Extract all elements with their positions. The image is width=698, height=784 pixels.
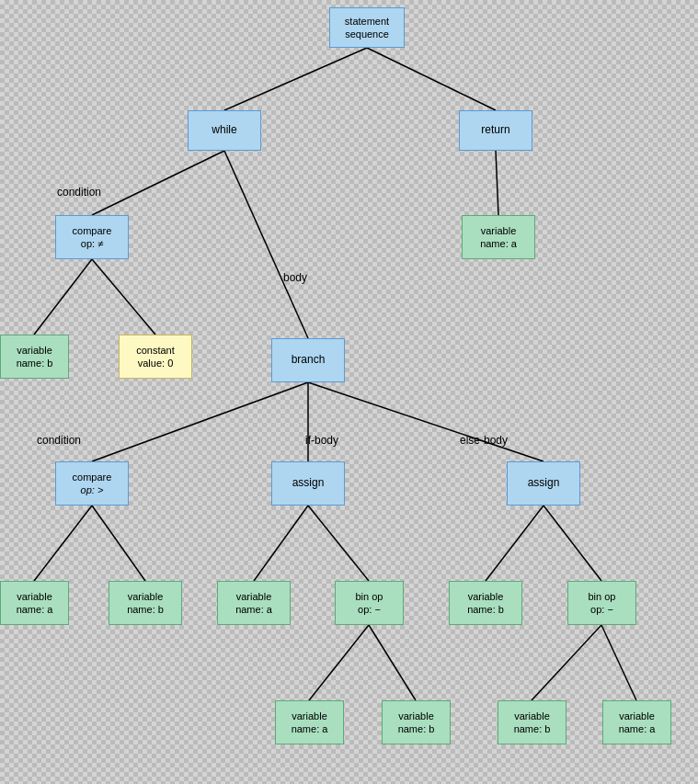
node-label: variable name: a (292, 710, 328, 736)
svg-line-10 (34, 506, 92, 581)
node-label: variable name: b (467, 590, 504, 617)
svg-line-2 (92, 151, 224, 215)
node-label: variable name: b (127, 590, 164, 617)
compare-1-node: compare op: ≠ (55, 215, 129, 259)
assign-1-node: assign (271, 461, 345, 506)
svg-line-13 (308, 506, 369, 581)
svg-line-19 (601, 625, 636, 700)
node-label: compare op: ≠ (73, 224, 112, 251)
node-label: assign (528, 476, 560, 491)
node-label: variable name: a (480, 224, 517, 251)
variable-b-1-node: variable name: b (0, 335, 69, 379)
constant-0-node: constant value: 0 (119, 335, 192, 379)
condition-1-label: condition (57, 186, 101, 199)
variable-a-3-node: variable name: a (275, 700, 344, 744)
svg-line-4 (496, 151, 498, 215)
branch-node: branch (271, 338, 345, 382)
binop-1-node: bin op op: − (335, 581, 404, 625)
node-label: assign (292, 476, 325, 491)
node-label: variable name: a (17, 590, 53, 617)
node-label: variable name: a (235, 590, 272, 617)
svg-line-5 (34, 259, 92, 335)
node-label: constant value: 0 (136, 344, 175, 370)
node-label: variable name: b (514, 710, 551, 736)
while-node: while (188, 110, 261, 151)
variable-b-4-node: variable name: b (382, 700, 451, 744)
svg-line-18 (532, 625, 601, 700)
node-label: variable name: b (398, 710, 435, 736)
compare-2-node: compare op: > (55, 461, 129, 506)
svg-line-9 (308, 382, 544, 461)
svg-line-3 (224, 151, 308, 338)
node-label: variable name: a (619, 710, 656, 736)
svg-line-6 (92, 259, 155, 335)
svg-line-17 (369, 625, 416, 700)
variable-b-5-node: variable name: b (498, 700, 566, 744)
node-label: while (212, 123, 236, 138)
node-label: compare op: > (73, 471, 112, 497)
svg-line-1 (367, 48, 496, 110)
svg-line-11 (92, 506, 145, 581)
variable-a-1-node: variable name: a (0, 581, 69, 625)
return-node: return (459, 110, 532, 151)
svg-line-14 (486, 506, 544, 581)
node-label: statement sequence (345, 15, 389, 41)
binop-2-node: bin op op: − (567, 581, 636, 625)
if-body-label: if-body (305, 434, 338, 447)
svg-line-0 (224, 48, 367, 110)
variable-a-return-node: variable name: a (462, 215, 535, 259)
node-label: branch (292, 353, 326, 368)
svg-line-7 (92, 382, 308, 461)
statement-sequence-node: statement sequence (329, 7, 405, 48)
body-label: body (283, 271, 307, 284)
svg-line-16 (309, 625, 369, 700)
else-body-label: else-body (460, 434, 508, 447)
assign-2-node: assign (507, 461, 580, 506)
svg-line-12 (254, 506, 308, 581)
node-label: bin op op: − (589, 590, 616, 617)
node-label: return (481, 123, 509, 138)
node-label: bin op op: − (356, 590, 383, 617)
node-label: variable name: b (17, 344, 53, 370)
tree-lines (0, 0, 698, 784)
variable-b-3-node: variable name: b (449, 581, 522, 625)
variable-b-2-node: variable name: b (109, 581, 182, 625)
variable-a-2-node: variable name: a (217, 581, 291, 625)
condition-2-label: condition (37, 434, 81, 447)
svg-line-15 (544, 506, 601, 581)
variable-a-4-node: variable name: a (602, 700, 671, 744)
